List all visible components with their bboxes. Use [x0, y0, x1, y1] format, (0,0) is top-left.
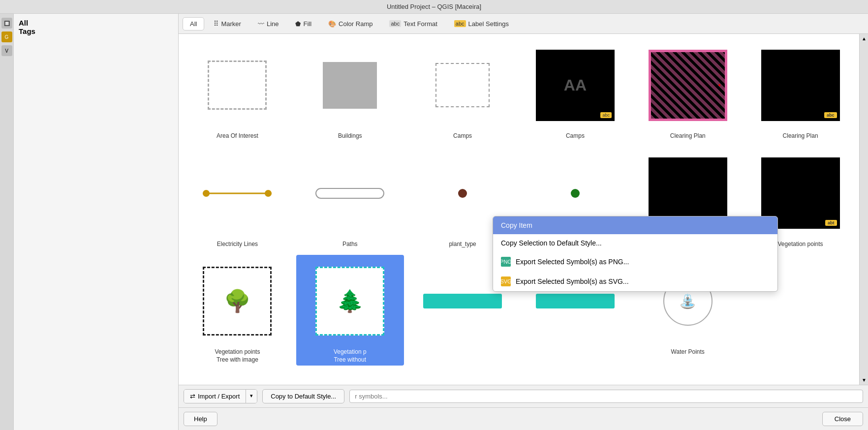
share-icon: ⇄ — [190, 393, 195, 400]
export-png-label: Export Selected Symbol(s) as PNG... — [516, 258, 629, 266]
symbol-label-camps: Camps — [453, 132, 472, 140]
gold-dot-left — [203, 190, 210, 197]
close-button[interactable]: Close — [822, 412, 863, 426]
tree-dashed-cyan-icon: 🌲 — [315, 267, 384, 336]
tree-box-icon: 🌳 — [203, 267, 272, 336]
symbol-preview-paths — [306, 149, 394, 238]
symbol-label-vegetation-tree-without: Vegetation p Tree without — [334, 348, 367, 364]
symbol-preview-area-of-interest — [193, 41, 281, 129]
symbol-preview-vegetation-tree-without: 🌲 — [306, 257, 394, 345]
symbol-vegetation-tree-without[interactable]: 🌲 Vegetation p Tree without — [296, 255, 404, 366]
symbol-camps[interactable]: Camps — [409, 39, 517, 142]
tool-icon-3[interactable]: V — [1, 45, 12, 56]
window-title: Untitled Project – QGIS [Maceira] — [387, 3, 481, 10]
filled-rect-icon — [323, 62, 377, 109]
symbol-clearing-plan-2[interactable]: abc Clearing Plan — [746, 39, 854, 142]
context-menu-copy-selection[interactable]: Copy Selection to Default Style... — [493, 234, 777, 252]
tool-icon-1[interactable]: 🔲 — [1, 18, 12, 29]
capsule-icon — [315, 188, 384, 199]
symbol-label-clearing-plan-2: Clearing Plan — [783, 132, 818, 140]
symbol-camps-label[interactable]: AA abc Camps — [521, 39, 629, 142]
symbol-preview-camps — [418, 41, 507, 129]
import-export-button[interactable]: ⇄ Import / Export — [184, 390, 246, 403]
close-label: Close — [835, 415, 851, 423]
symbol-label-water-points: Water Points — [671, 348, 705, 356]
tab-colorramp-label: Color Ramp — [339, 20, 372, 28]
black-abc-icon: abc — [761, 50, 840, 121]
tab-textformat-label: Text Format — [403, 20, 437, 28]
copy-item-label: Copy Item — [501, 221, 532, 229]
symbol-preview-clearing-plan-1 — [644, 41, 732, 129]
abc-badge-clearing: abc — [824, 112, 837, 118]
help-button[interactable]: Help — [184, 412, 217, 426]
copy-default-label: Copy to Default Style... — [271, 393, 336, 400]
copy-selection-label: Copy Selection to Default Style... — [501, 239, 602, 247]
symbol-label-paths: Paths — [342, 241, 358, 248]
symbol-label-buildings: Buildings — [338, 132, 362, 140]
tab-line-label: Line — [267, 20, 279, 28]
tree-icon-filled: 🌳 — [224, 288, 251, 314]
symbol-grid-container[interactable]: Area Of Interest Buildings — [179, 34, 859, 385]
marker-icon: ⠿ — [214, 20, 218, 28]
symbol-grid: Area Of Interest Buildings — [184, 39, 854, 366]
symbol-area-of-interest[interactable]: Area Of Interest — [184, 39, 291, 142]
context-menu-copy-item[interactable]: Copy Item — [493, 216, 777, 234]
symbol-label-vegetation-tree-image: Vegetation points Tree with image — [215, 348, 260, 364]
tab-line[interactable]: 〰 Line — [250, 17, 286, 31]
search-symbols-input[interactable] — [349, 390, 863, 403]
import-export-dropdown[interactable]: ▾ — [246, 390, 257, 403]
symbol-label-clearing-plan-1: Clearing Plan — [670, 132, 706, 140]
tab-all-label: All — [190, 20, 197, 28]
symbol-label-vegetation-points: Vegetation points — [778, 241, 823, 248]
context-menu-export-svg[interactable]: SVG Export Selected Symbol(s) as SVG... — [493, 272, 777, 291]
import-export-label: Import / Export — [198, 393, 240, 400]
pink-border-icon — [649, 50, 727, 121]
dashed-rect-sm-icon — [435, 63, 490, 107]
gold-line-icon — [203, 190, 272, 196]
dashed-rect-icon — [208, 61, 267, 110]
tree-icon-outline: 🌲 — [337, 288, 364, 314]
symbol-preview-vegetation-tree-image: 🌳 — [193, 257, 281, 345]
tab-all[interactable]: All — [183, 17, 204, 31]
symbol-buildings[interactable]: Buildings — [296, 39, 404, 142]
tab-labelsettings-label: Label Settings — [468, 20, 509, 28]
aa-text: AA — [564, 76, 587, 94]
context-menu: Copy Item Copy Selection to Default Styl… — [493, 216, 778, 292]
tab-bar: All ⠿ Marker 〰 Line ⬟ Fill 🎨 Color Ramp … — [179, 14, 868, 34]
help-bar: Help Close — [179, 407, 868, 430]
symbol-clearing-plan-1[interactable]: Clearing Plan — [634, 39, 742, 142]
symbol-preview-camps-label: AA abc — [531, 41, 620, 129]
textformat-icon: abc — [389, 20, 401, 27]
bottom-bar: ⇄ Import / Export ▾ Copy to Default Styl… — [179, 385, 868, 407]
export-png-icon: PNG — [501, 257, 511, 267]
symbol-preview-clearing-plan-2: abc — [756, 41, 845, 129]
symbol-paths[interactable]: Paths — [296, 147, 404, 250]
tab-marker[interactable]: ⠿ Marker — [206, 17, 248, 31]
symbol-electricity-lines[interactable]: Electricity Lines — [184, 147, 291, 250]
tab-colorramp[interactable]: 🎨 Color Ramp — [321, 17, 380, 31]
context-menu-export-png[interactable]: PNG Export Selected Symbol(s) as PNG... — [493, 252, 777, 272]
symbol-preview-buildings — [306, 41, 394, 129]
sidebar: All Tags — [14, 14, 179, 430]
scroll-down-arrow[interactable]: ▼ — [860, 375, 868, 385]
scroll-right[interactable]: ▲ ▼ — [859, 34, 868, 385]
fill-icon: ⬟ — [295, 20, 301, 28]
tab-textformat[interactable]: abc Text Format — [382, 17, 444, 31]
tab-fill[interactable]: ⬟ Fill — [288, 17, 319, 31]
line-icon: 〰 — [258, 20, 264, 28]
tab-labelsettings[interactable]: abc Label Settings — [447, 17, 516, 31]
black-aa-icon: AA abc — [536, 50, 615, 121]
left-toolbar: 🔲 G V — [0, 14, 14, 430]
copy-default-style-button[interactable]: Copy to Default Style... — [262, 389, 344, 403]
export-svg-label: Export Selected Symbol(s) as SVG... — [516, 277, 629, 285]
help-label: Help — [194, 415, 207, 423]
tool-icon-2[interactable]: G — [1, 31, 12, 42]
import-export-split-btn: ⇄ Import / Export ▾ — [184, 389, 257, 403]
colorramp-icon: 🎨 — [328, 20, 336, 28]
gold-dot-right — [265, 190, 272, 197]
symbol-preview-electricity-lines — [193, 149, 281, 238]
title-bar: Untitled Project – QGIS [Maceira] — [0, 0, 868, 14]
symbol-vegetation-tree-image[interactable]: 🌳 Vegetation points Tree with image — [184, 255, 291, 366]
tab-marker-label: Marker — [221, 20, 241, 28]
scroll-up-arrow[interactable]: ▲ — [860, 34, 868, 43]
